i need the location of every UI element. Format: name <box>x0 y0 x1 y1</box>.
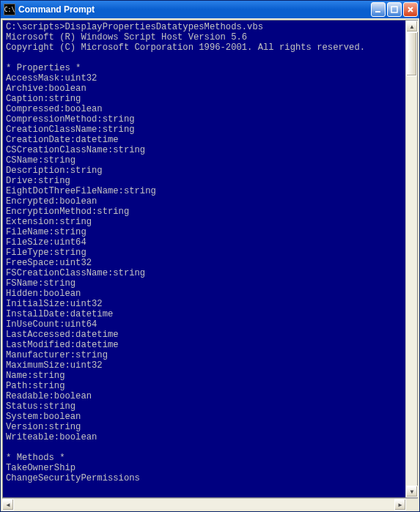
scrollbar-corner <box>406 499 418 511</box>
horizontal-scrollbar[interactable]: ◄ ► <box>2 498 418 510</box>
window-controls <box>371 2 418 17</box>
horizontal-scroll-track[interactable] <box>14 499 394 510</box>
close-button[interactable] <box>403 2 418 17</box>
app-icon: C:\ <box>4 4 15 15</box>
minimize-button[interactable] <box>371 2 386 17</box>
scroll-left-button[interactable]: ◄ <box>2 499 14 511</box>
scroll-right-button[interactable]: ► <box>394 499 406 511</box>
vertical-scroll-track[interactable] <box>406 32 417 486</box>
svg-rect-0 <box>375 11 380 12</box>
console-container: C:\scripts>DisplayPropertiesDatatypesMet… <box>2 20 418 498</box>
window-title: Command Prompt <box>18 4 371 15</box>
console-output[interactable]: C:\scripts>DisplayPropertiesDatatypesMet… <box>3 21 405 497</box>
client-area: C:\scripts>DisplayPropertiesDatatypesMet… <box>1 18 419 511</box>
scroll-down-button[interactable]: ▼ <box>406 486 418 497</box>
svg-rect-1 <box>391 7 397 12</box>
scroll-up-button[interactable]: ▲ <box>406 21 418 32</box>
vertical-scroll-thumb[interactable] <box>406 32 417 76</box>
titlebar[interactable]: C:\ Command Prompt <box>1 1 419 18</box>
vertical-scrollbar[interactable]: ▲ ▼ <box>405 21 417 497</box>
command-prompt-window: C:\ Command Prompt C:\scripts>DisplayPro… <box>0 0 420 512</box>
maximize-button[interactable] <box>387 2 402 17</box>
